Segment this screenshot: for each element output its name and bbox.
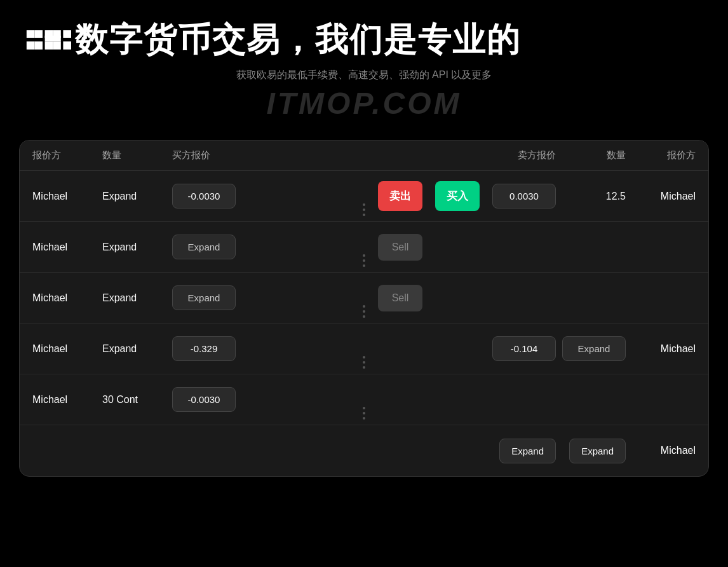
left-quote-cell: Michael [32, 242, 102, 253]
buy-price-box: -0.329 [172, 336, 236, 361]
dot [363, 214, 365, 216]
dot [363, 310, 365, 313]
table-header-row: 报价方 数量 买方报价 卖方报价 数量 报价方 [20, 140, 708, 171]
buy-price-box: -0.0030 [172, 387, 236, 412]
col-right-quote: 报价方 [626, 149, 696, 161]
buy-price-cell: -0.329 [172, 336, 372, 361]
left-quote-cell: Michael [32, 191, 102, 202]
right-qty-cell: Expand [556, 336, 626, 361]
right-quote-cell: Michael [626, 343, 696, 355]
left-qty-cell: Expand [102, 343, 172, 355]
left-quote-cell: Michael [32, 394, 102, 406]
buy-price-expand-box: Expand [172, 235, 236, 259]
row-dots [363, 254, 365, 267]
dot [363, 254, 365, 257]
sell-gray-button[interactable]: Sell [378, 285, 422, 311]
sell-button[interactable]: 卖出 [378, 181, 422, 211]
table-row: Michael 30 Cont -0.0030 [20, 374, 708, 425]
right-quote-cell: Michael [626, 445, 696, 456]
left-quote-cell: Michael [32, 292, 102, 304]
right-quote-cell: Michael [626, 191, 696, 202]
expand-qty-button[interactable]: Expand [569, 439, 626, 463]
row-dots [363, 203, 365, 216]
sell-btn-cell[interactable]: Sell [372, 285, 429, 311]
svg-rect-0 [27, 30, 35, 38]
dot [363, 315, 365, 318]
buy-price-cell: -0.0030 [172, 387, 372, 412]
dot [363, 366, 365, 369]
row-dots [363, 407, 365, 420]
left-qty-cell: Expand [102, 242, 172, 253]
dot [363, 305, 365, 308]
buy-price-cell: -0.0030 [172, 184, 372, 208]
watermark-text: ITMOP.COM [25, 86, 703, 121]
buy-price-box: -0.0030 [172, 184, 236, 208]
dot [363, 203, 365, 206]
dot [363, 264, 365, 267]
right-qty-expand[interactable]: Expand [556, 439, 626, 463]
sell-gray-button[interactable]: Sell [378, 234, 422, 261]
col-right-qty: 数量 [556, 149, 626, 161]
col-buy-price: 买方报价 [172, 149, 372, 161]
dot [363, 417, 365, 420]
sell-btn-cell[interactable]: Sell [372, 234, 429, 261]
svg-rect-2 [34, 30, 43, 38]
col-empty2 [429, 149, 486, 161]
left-quote-cell: Michael [32, 343, 102, 355]
dot [363, 412, 365, 414]
left-qty-cell: Expand [102, 191, 172, 202]
buy-button[interactable]: 买入 [435, 181, 480, 211]
table-row: Michael Expand -0.329 -0.104 Expand Mich… [20, 324, 708, 374]
sell-btn-cell[interactable]: 卖出 [372, 181, 429, 211]
left-qty-cell: 30 Cont [102, 394, 172, 406]
table-row: Expand Expand Michael [20, 425, 708, 476]
col-left-qty: 数量 [102, 149, 172, 161]
sell-price-cell: 0.0030 [486, 184, 556, 208]
svg-rect-10 [63, 41, 71, 50]
col-empty1 [372, 149, 429, 161]
buy-price-cell: Expand [172, 285, 372, 310]
svg-rect-7 [53, 41, 61, 50]
sell-price-box: 0.0030 [492, 184, 556, 208]
buy-price-expand-box: Expand [172, 285, 236, 310]
sell-price-cell: -0.104 [486, 336, 556, 361]
main-title-text: 数字货币交易，我们是专业的 [75, 18, 521, 62]
okx-logo [25, 24, 71, 57]
expand-sell-button[interactable]: Expand [499, 439, 556, 463]
sell-price-expand[interactable]: Expand [486, 439, 556, 463]
row-dots [363, 356, 365, 369]
buy-price-cell: Expand [172, 235, 372, 259]
table-row: Michael Expand Expand Sell [20, 222, 708, 273]
dot [363, 407, 365, 409]
dot [363, 259, 365, 262]
col-sell-price: 卖方报价 [486, 149, 556, 161]
brand-title: 数字货币交易，我们是专业的 [25, 18, 703, 62]
col-left-quote: 报价方 [32, 149, 102, 161]
svg-rect-5 [45, 41, 53, 50]
page-header: 数字货币交易，我们是专业的 获取欧易的最低手续费、高速交易、强劲的 API 以及… [0, 0, 728, 140]
row-dots [363, 305, 365, 318]
buy-btn-cell[interactable]: 买入 [429, 181, 486, 211]
trading-table: 报价方 数量 买方报价 卖方报价 数量 报价方 Michael Expand -… [19, 140, 709, 477]
right-qty-expand-box: Expand [562, 336, 626, 361]
svg-rect-8 [45, 36, 61, 41]
svg-rect-3 [34, 41, 43, 50]
subtitle-text: 获取欧易的最低手续费、高速交易、强劲的 API 以及更多 [25, 69, 703, 82]
table-row: Michael Expand -0.0030 卖出 买入 0.0030 12.5… [20, 171, 708, 222]
svg-rect-1 [27, 41, 35, 50]
dot [363, 356, 365, 359]
right-qty-cell: 12.5 [556, 191, 626, 202]
left-qty-cell: Expand [102, 292, 172, 304]
sell-price-box: -0.104 [492, 336, 556, 361]
dot [363, 208, 365, 211]
svg-rect-9 [63, 30, 71, 38]
table-row: Michael Expand Expand Sell [20, 273, 708, 324]
dot [363, 361, 365, 364]
